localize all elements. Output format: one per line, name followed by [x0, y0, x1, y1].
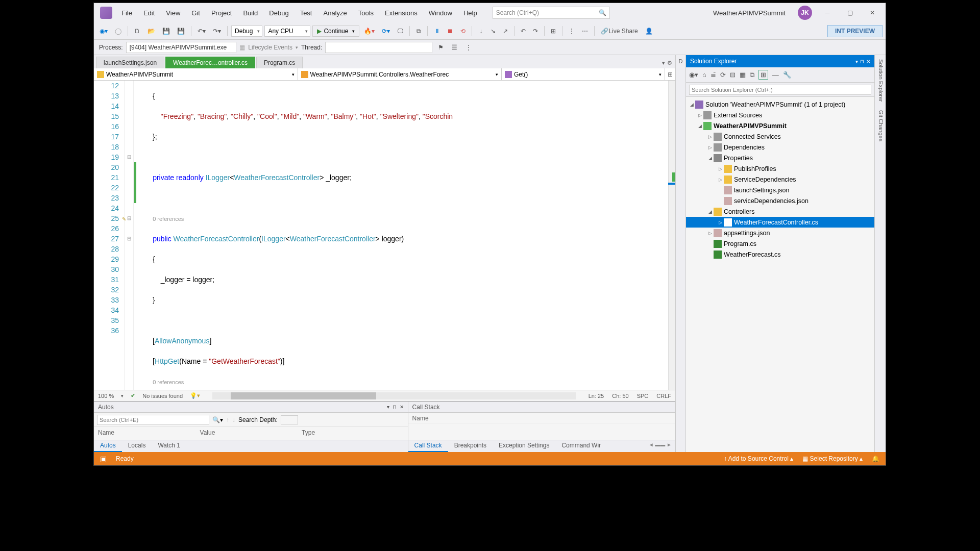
col-type[interactable]: Type	[302, 429, 404, 436]
menu-build[interactable]: Build	[238, 7, 263, 19]
side-tab-solution[interactable]: Solution Explorer	[875, 55, 886, 106]
solution-explorer-header[interactable]: Solution Explorer ▾⊓✕	[686, 55, 874, 67]
tab-dropdown-icon[interactable]: ▾	[662, 60, 665, 66]
diag-button[interactable]: ⊞	[548, 26, 558, 37]
scroll-map[interactable]	[668, 81, 675, 390]
node-properties[interactable]: Properties	[724, 155, 753, 162]
threads-window-button[interactable]: ☰	[449, 42, 460, 53]
pin-icon[interactable]: ⊓	[393, 404, 397, 410]
back-button[interactable]: ◉▾	[97, 26, 110, 37]
tab-command-window[interactable]: Command Wir	[555, 440, 607, 452]
menu-analyze[interactable]: Analyze	[318, 7, 352, 19]
thread-dropdown[interactable]	[325, 42, 432, 53]
select-repo-button[interactable]: ▦ Select Repository ▴	[802, 455, 863, 462]
tab-watch1[interactable]: Watch 1	[152, 440, 186, 452]
preview-icon[interactable]: —	[772, 71, 779, 79]
step-into-button[interactable]: ↘	[488, 26, 498, 37]
tab-autos[interactable]: Autos	[94, 440, 122, 452]
line-indicator[interactable]: Ln: 25	[589, 393, 604, 399]
config-dropdown[interactable]: Debug	[231, 26, 262, 37]
browser-link-button[interactable]: 🖵	[395, 26, 406, 37]
sync-icon[interactable]: ≡̄	[710, 71, 716, 79]
forward-button[interactable]: ◯	[112, 26, 124, 37]
liveshare-button[interactable]: 🔗 Live Share	[598, 26, 640, 37]
node-servicedependencies[interactable]: ServiceDependencies	[734, 176, 796, 183]
node-dependencies[interactable]: Dependencies	[724, 144, 765, 151]
callstack-header[interactable]: Call Stack	[408, 402, 675, 413]
menu-test[interactable]: Test	[295, 7, 317, 19]
fold-margin[interactable]: ⊟⊟⊟	[125, 81, 134, 390]
menu-edit[interactable]: Edit	[138, 7, 160, 19]
node-servicedep-json[interactable]: serviceDependencies.json	[734, 197, 808, 205]
menu-window[interactable]: Window	[424, 7, 457, 19]
col-value[interactable]: Value	[200, 429, 302, 436]
node-project[interactable]: WeatherAPIMVPSummit	[714, 122, 787, 130]
eol-indicator[interactable]: CRLF	[656, 393, 671, 399]
solution-search-input[interactable]	[689, 85, 871, 95]
tab-gear-icon[interactable]: ⚙	[667, 60, 672, 66]
new-project-button[interactable]: 🗋	[132, 26, 143, 37]
nav-member[interactable]: Get()▾	[502, 68, 665, 80]
hot-reload-button[interactable]: 🔥▾	[361, 26, 377, 37]
more-button[interactable]: ⋮	[463, 42, 474, 53]
node-launchsettings[interactable]: launchSettings.json	[734, 187, 789, 194]
restart-button[interactable]: ⟳▾	[379, 26, 393, 37]
pin-icon[interactable]: ⊓	[860, 59, 864, 64]
node-publishprofiles[interactable]: PublishProfiles	[734, 165, 776, 172]
properties-icon[interactable]: ⊞	[758, 70, 768, 80]
copy-icon[interactable]: ⧉	[750, 71, 754, 79]
notifications-icon[interactable]: 🔔	[872, 455, 879, 462]
restart-debug-button[interactable]: ⟲	[458, 26, 468, 37]
node-weatherforecast[interactable]: WeatherForecast.cs	[724, 251, 781, 258]
global-search[interactable]: Search (Ctrl+Q) 🔍	[493, 7, 610, 19]
tab-program[interactable]: Program.cs	[256, 57, 303, 68]
extra1-button[interactable]: ⋮	[566, 26, 577, 37]
menu-extensions[interactable]: Extensions	[380, 7, 423, 19]
apply-button[interactable]: ↶	[518, 26, 528, 37]
nav-scope[interactable]: WeatherAPIMVPSummit▾	[94, 68, 298, 80]
autos-search-input[interactable]	[97, 415, 209, 425]
dropdown-icon[interactable]: ▾	[387, 404, 389, 410]
issues-label[interactable]: No issues found	[142, 393, 183, 399]
code-editor[interactable]: 1213141516171819202122232425✎26272829303…	[94, 81, 675, 390]
tab-breakpoints[interactable]: Breakpoints	[448, 440, 493, 452]
nav-down-icon[interactable]: ↓	[232, 416, 235, 423]
autos-header[interactable]: Autos ▾⊓✕	[94, 402, 408, 413]
node-external-sources[interactable]: External Sources	[714, 112, 762, 119]
platform-dropdown[interactable]: Any CPU	[264, 26, 310, 37]
minimize-button[interactable]: ─	[816, 5, 839, 20]
dropdown-icon[interactable]: ▾	[855, 59, 858, 64]
project-name[interactable]: WeatherAPIMVPSummit	[708, 7, 791, 19]
show-all-icon[interactable]: ▦	[740, 71, 746, 79]
back-icon[interactable]: ◉▾	[689, 71, 698, 79]
refresh-icon[interactable]: ⟳	[720, 71, 726, 79]
tab-locals[interactable]: Locals	[122, 440, 152, 452]
node-appsettings[interactable]: appsettings.json	[724, 230, 770, 237]
menu-help[interactable]: Help	[458, 7, 482, 19]
h-scrollbar[interactable]	[212, 392, 576, 399]
redo-button[interactable]: ↷▾	[210, 26, 224, 37]
tab-weatherforecastcontroller[interactable]: WeatherForec…ontroller.cs	[165, 57, 255, 68]
collapse-icon[interactable]: ⊟	[730, 71, 736, 79]
depth-input[interactable]	[281, 415, 298, 424]
tab-launchsettings[interactable]: launchSettings.json	[96, 57, 164, 68]
close-icon[interactable]: ✕	[866, 59, 870, 64]
menu-debug[interactable]: Debug	[264, 7, 293, 19]
menu-tools[interactable]: Tools	[353, 7, 379, 19]
feedback-button[interactable]: 👤	[643, 26, 655, 37]
revert-button[interactable]: ↷	[530, 26, 541, 37]
menu-view[interactable]: View	[161, 7, 185, 19]
tab-callstack[interactable]: Call Stack	[408, 440, 448, 452]
maximize-button[interactable]: ▢	[839, 5, 861, 20]
close-button[interactable]: ✕	[861, 5, 884, 20]
stack-frame-button[interactable]: ⚑	[435, 42, 446, 53]
node-weatherforecastcontroller[interactable]: WeatherForecastController.cs	[734, 219, 818, 226]
nav-up-icon[interactable]: ↑	[226, 416, 229, 423]
code-lines[interactable]: { "Freezing", "Bracing", "Chilly", "Cool…	[134, 81, 668, 390]
search-icon[interactable]: 🔍▾	[212, 416, 223, 423]
menu-project[interactable]: Project	[206, 7, 237, 19]
col-indicator[interactable]: Ch: 50	[612, 393, 628, 399]
side-tab-git[interactable]: Git Changes	[875, 106, 886, 145]
close-icon[interactable]: ✕	[400, 404, 404, 410]
stop-button[interactable]: ⏹	[445, 26, 456, 37]
